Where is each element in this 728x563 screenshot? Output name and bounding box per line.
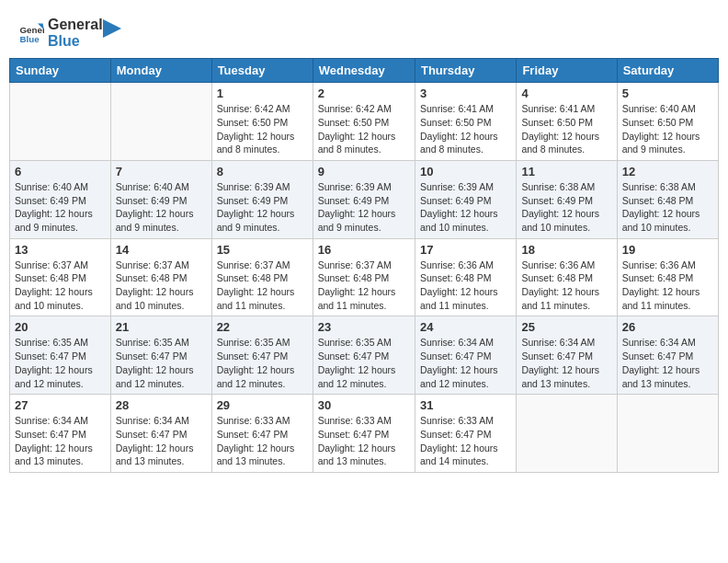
calendar-cell: 28Sunrise: 6:34 AM Sunset: 6:47 PM Dayli… — [110, 395, 211, 473]
day-number: 26 — [622, 320, 713, 334]
calendar-cell: 3Sunrise: 6:41 AM Sunset: 6:50 PM Daylig… — [415, 83, 516, 161]
calendar-cell: 14Sunrise: 6:37 AM Sunset: 6:48 PM Dayli… — [110, 238, 211, 316]
logo-arrow-icon — [103, 19, 121, 40]
calendar-table: SundayMondayTuesdayWednesdayThursdayFrid… — [9, 58, 719, 473]
calendar-cell: 18Sunrise: 6:36 AM Sunset: 6:48 PM Dayli… — [517, 238, 617, 316]
day-number: 16 — [318, 243, 410, 257]
day-info: Sunrise: 6:40 AM Sunset: 6:50 PM Dayligh… — [622, 102, 713, 156]
day-number: 18 — [521, 243, 611, 257]
day-number: 22 — [217, 320, 308, 334]
calendar-week-row-1: 1Sunrise: 6:42 AM Sunset: 6:50 PM Daylig… — [10, 83, 719, 161]
logo: General Blue General Blue — [18, 17, 121, 49]
calendar-cell: 26Sunrise: 6:34 AM Sunset: 6:47 PM Dayli… — [617, 316, 718, 395]
day-info: Sunrise: 6:34 AM Sunset: 6:47 PM Dayligh… — [622, 336, 713, 390]
day-number: 8 — [217, 165, 308, 178]
calendar-cell: 15Sunrise: 6:37 AM Sunset: 6:48 PM Dayli… — [211, 238, 313, 316]
weekday-header-tuesday: Tuesday — [211, 59, 313, 83]
day-info: Sunrise: 6:36 AM Sunset: 6:48 PM Dayligh… — [420, 259, 511, 313]
day-number: 3 — [420, 86, 511, 100]
calendar-cell: 10Sunrise: 6:39 AM Sunset: 6:49 PM Dayli… — [415, 160, 516, 238]
day-info: Sunrise: 6:34 AM Sunset: 6:47 PM Dayligh… — [116, 414, 207, 468]
calendar-week-row-5: 27Sunrise: 6:34 AM Sunset: 6:47 PM Dayli… — [10, 395, 719, 473]
day-number: 29 — [217, 398, 308, 412]
calendar-cell: 17Sunrise: 6:36 AM Sunset: 6:48 PM Dayli… — [415, 238, 516, 316]
day-info: Sunrise: 6:41 AM Sunset: 6:50 PM Dayligh… — [521, 102, 611, 156]
day-number: 23 — [318, 320, 410, 334]
day-info: Sunrise: 6:36 AM Sunset: 6:48 PM Dayligh… — [622, 259, 713, 313]
day-info: Sunrise: 6:34 AM Sunset: 6:47 PM Dayligh… — [521, 336, 611, 390]
day-number: 7 — [116, 165, 207, 178]
calendar-cell: 29Sunrise: 6:33 AM Sunset: 6:47 PM Dayli… — [211, 395, 313, 473]
day-info: Sunrise: 6:37 AM Sunset: 6:48 PM Dayligh… — [15, 259, 106, 313]
weekday-header-saturday: Saturday — [617, 59, 718, 83]
calendar-cell: 22Sunrise: 6:35 AM Sunset: 6:47 PM Dayli… — [211, 316, 313, 395]
day-info: Sunrise: 6:37 AM Sunset: 6:48 PM Dayligh… — [217, 259, 308, 313]
calendar-cell: 23Sunrise: 6:35 AM Sunset: 6:47 PM Dayli… — [313, 316, 415, 395]
calendar-cell: 9Sunrise: 6:39 AM Sunset: 6:49 PM Daylig… — [313, 160, 415, 238]
day-info: Sunrise: 6:41 AM Sunset: 6:50 PM Dayligh… — [420, 102, 511, 156]
day-number: 27 — [15, 398, 106, 412]
calendar-cell: 27Sunrise: 6:34 AM Sunset: 6:47 PM Dayli… — [10, 395, 111, 473]
calendar-cell: 1Sunrise: 6:42 AM Sunset: 6:50 PM Daylig… — [211, 83, 313, 161]
page-header: General Blue General Blue — [9, 9, 719, 52]
day-info: Sunrise: 6:35 AM Sunset: 6:47 PM Dayligh… — [318, 336, 410, 390]
day-number: 9 — [318, 165, 410, 178]
day-number: 25 — [521, 320, 611, 334]
day-info: Sunrise: 6:40 AM Sunset: 6:49 PM Dayligh… — [116, 180, 207, 235]
day-info: Sunrise: 6:33 AM Sunset: 6:47 PM Dayligh… — [420, 414, 511, 468]
logo-blue: Blue — [48, 33, 103, 50]
day-info: Sunrise: 6:33 AM Sunset: 6:47 PM Dayligh… — [318, 414, 410, 468]
day-number: 15 — [217, 243, 308, 257]
weekday-header-monday: Monday — [110, 59, 211, 83]
day-info: Sunrise: 6:39 AM Sunset: 6:49 PM Dayligh… — [420, 180, 511, 235]
day-number: 20 — [15, 320, 106, 334]
day-number: 2 — [318, 86, 410, 100]
calendar-cell: 6Sunrise: 6:40 AM Sunset: 6:49 PM Daylig… — [10, 160, 111, 238]
logo-icon: General Blue — [18, 20, 44, 46]
calendar-cell: 19Sunrise: 6:36 AM Sunset: 6:48 PM Dayli… — [617, 238, 718, 316]
calendar-cell — [110, 83, 211, 161]
calendar-cell: 2Sunrise: 6:42 AM Sunset: 6:50 PM Daylig… — [313, 83, 415, 161]
weekday-header-friday: Friday — [517, 59, 617, 83]
day-number: 17 — [420, 243, 511, 257]
calendar-cell — [10, 83, 111, 161]
calendar-cell: 11Sunrise: 6:38 AM Sunset: 6:49 PM Dayli… — [517, 160, 617, 238]
calendar-cell: 4Sunrise: 6:41 AM Sunset: 6:50 PM Daylig… — [517, 83, 617, 161]
day-number: 11 — [521, 165, 611, 178]
day-number: 4 — [521, 86, 611, 100]
day-number: 24 — [420, 320, 511, 334]
day-info: Sunrise: 6:42 AM Sunset: 6:50 PM Dayligh… — [318, 102, 410, 156]
calendar-cell: 5Sunrise: 6:40 AM Sunset: 6:50 PM Daylig… — [617, 83, 718, 161]
calendar-cell: 16Sunrise: 6:37 AM Sunset: 6:48 PM Dayli… — [313, 238, 415, 316]
calendar-cell: 13Sunrise: 6:37 AM Sunset: 6:48 PM Dayli… — [10, 238, 111, 316]
calendar-cell: 31Sunrise: 6:33 AM Sunset: 6:47 PM Dayli… — [415, 395, 516, 473]
day-info: Sunrise: 6:37 AM Sunset: 6:48 PM Dayligh… — [116, 259, 207, 313]
calendar-cell: 25Sunrise: 6:34 AM Sunset: 6:47 PM Dayli… — [517, 316, 617, 395]
day-number: 21 — [116, 320, 207, 334]
day-info: Sunrise: 6:34 AM Sunset: 6:47 PM Dayligh… — [420, 336, 511, 390]
day-info: Sunrise: 6:38 AM Sunset: 6:49 PM Dayligh… — [521, 180, 611, 235]
calendar-cell: 30Sunrise: 6:33 AM Sunset: 6:47 PM Dayli… — [313, 395, 415, 473]
calendar-week-row-2: 6Sunrise: 6:40 AM Sunset: 6:49 PM Daylig… — [10, 160, 719, 238]
calendar-cell: 12Sunrise: 6:38 AM Sunset: 6:48 PM Dayli… — [617, 160, 718, 238]
day-number: 6 — [15, 165, 106, 178]
calendar-cell — [517, 395, 617, 473]
calendar-week-row-4: 20Sunrise: 6:35 AM Sunset: 6:47 PM Dayli… — [10, 316, 719, 395]
weekday-header-wednesday: Wednesday — [313, 59, 415, 83]
day-info: Sunrise: 6:35 AM Sunset: 6:47 PM Dayligh… — [116, 336, 207, 390]
svg-marker-3 — [103, 19, 121, 38]
weekday-header-row: SundayMondayTuesdayWednesdayThursdayFrid… — [10, 59, 719, 83]
calendar-cell — [617, 395, 718, 473]
day-info: Sunrise: 6:39 AM Sunset: 6:49 PM Dayligh… — [318, 180, 410, 235]
day-number: 1 — [217, 86, 308, 100]
day-info: Sunrise: 6:34 AM Sunset: 6:47 PM Dayligh… — [15, 414, 106, 468]
calendar-week-row-3: 13Sunrise: 6:37 AM Sunset: 6:48 PM Dayli… — [10, 238, 719, 316]
day-number: 28 — [116, 398, 207, 412]
day-info: Sunrise: 6:39 AM Sunset: 6:49 PM Dayligh… — [217, 180, 308, 235]
day-info: Sunrise: 6:37 AM Sunset: 6:48 PM Dayligh… — [318, 259, 410, 313]
day-number: 14 — [116, 243, 207, 257]
day-number: 5 — [622, 86, 713, 100]
logo-general: General — [48, 17, 103, 33]
calendar-cell: 7Sunrise: 6:40 AM Sunset: 6:49 PM Daylig… — [110, 160, 211, 238]
day-info: Sunrise: 6:38 AM Sunset: 6:48 PM Dayligh… — [622, 180, 713, 235]
